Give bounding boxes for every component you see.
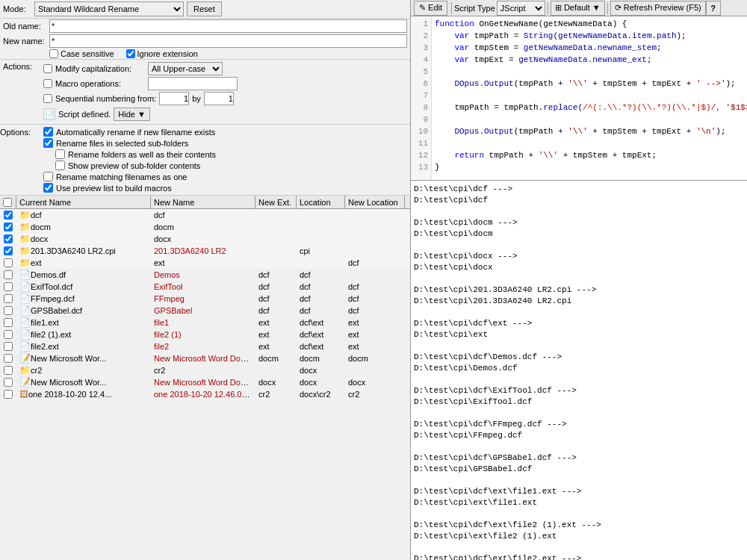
- row-checkbox[interactable]: [4, 318, 13, 327]
- table-row[interactable]: 📁201.3D3A6240 LR2.cpi 201.3D3A6240 LR2 c…: [0, 245, 410, 257]
- row-checkbox[interactable]: [4, 390, 13, 399]
- macro-ops-input[interactable]: [148, 77, 238, 90]
- col-check-header[interactable]: [0, 196, 16, 208]
- refresh-preview-button[interactable]: ⟳ Refresh Preview (F5): [610, 1, 706, 16]
- row-checkbox[interactable]: [4, 330, 13, 339]
- row-checkbox-cell[interactable]: [0, 390, 16, 399]
- table-row[interactable]: 📁ext ext dcf: [0, 257, 410, 269]
- ignore-extension-option[interactable]: Ignore extension: [126, 49, 198, 58]
- col-new-location-header[interactable]: New Location: [345, 196, 405, 208]
- table-row[interactable]: 📝New Microsoft Wor... New Microsoft Word…: [0, 376, 410, 388]
- row-checkbox-cell[interactable]: [0, 318, 16, 327]
- row-checkbox-cell[interactable]: [0, 282, 16, 291]
- auto-rename-checkbox[interactable]: [43, 127, 53, 137]
- case-sensitive-option[interactable]: Case sensitive: [49, 49, 114, 58]
- row-checkbox-cell[interactable]: [0, 330, 16, 339]
- new-name-text: file2 (1): [154, 330, 182, 339]
- doc-icon: 📝: [19, 353, 31, 364]
- old-name-input[interactable]: [49, 19, 407, 33]
- new-name-row: New name:: [0, 34, 410, 49]
- table-row[interactable]: 📁cr2 cr2 docx: [0, 364, 410, 376]
- table-row[interactable]: 📄Demos.df Demos dcf dcf: [0, 269, 410, 281]
- row-checkbox[interactable]: [4, 234, 13, 243]
- row-checkbox[interactable]: [4, 354, 13, 363]
- current-name-cell: 📁cr2: [16, 365, 151, 376]
- row-checkbox-cell[interactable]: [0, 246, 16, 255]
- col-current-name-header[interactable]: Current Name: [16, 196, 151, 208]
- row-checkbox[interactable]: [4, 294, 13, 303]
- macro-ops-checkbox[interactable]: [43, 79, 52, 88]
- col-new-name-header[interactable]: New Name: [151, 196, 255, 208]
- new-name-input[interactable]: [49, 34, 407, 48]
- sequential-by-input[interactable]: [204, 92, 234, 105]
- row-checkbox[interactable]: [4, 246, 13, 255]
- table-row[interactable]: 📄file2.ext file2 ext dcf\ext ext: [0, 340, 410, 352]
- row-checkbox-cell[interactable]: [0, 234, 16, 243]
- current-name-text: file2.ext: [31, 342, 59, 351]
- row-checkbox[interactable]: [4, 258, 13, 267]
- case-sensitive-checkbox[interactable]: [49, 49, 58, 58]
- row-checkbox[interactable]: [4, 378, 13, 387]
- file-list-body[interactable]: 📁dcf dcf 📁docm docm 📁docx docx 📁201.3D3A…: [0, 209, 410, 560]
- code-editor[interactable]: 1 2 3 4 5 6 7 8 9 10 11 12 13 function O…: [411, 16, 747, 181]
- rename-subfolders-checkbox[interactable]: [43, 138, 53, 148]
- row-checkbox[interactable]: [4, 270, 13, 279]
- row-checkbox[interactable]: [4, 306, 13, 315]
- modify-cap-select[interactable]: All Upper-case: [148, 62, 223, 75]
- new-location-cell: ext: [345, 342, 405, 351]
- old-name-row: Old name:: [0, 19, 410, 34]
- rename-matching-checkbox[interactable]: [43, 172, 53, 181]
- table-row[interactable]: 📄GPSBabel.dcf GPSBabel dcf dcf dcf: [0, 305, 410, 317]
- new-name-cell: ExifTool: [151, 282, 255, 291]
- row-checkbox[interactable]: [4, 342, 13, 351]
- mode-select[interactable]: Standard Wildcard Rename Numbering Find …: [34, 1, 184, 16]
- new-name-text: cr2: [154, 366, 165, 375]
- col-location-header[interactable]: Location: [297, 196, 345, 208]
- hide-button[interactable]: Hide ▼: [114, 108, 150, 121]
- reset-button[interactable]: Reset: [187, 1, 222, 16]
- edit-button[interactable]: ✎ Edit: [414, 1, 447, 16]
- table-row[interactable]: 📄file2 (1).ext file2 (1) ext dcf\ext ext: [0, 329, 410, 340]
- row-checkbox-cell[interactable]: [0, 223, 16, 231]
- show-subfolder-preview-checkbox[interactable]: [55, 161, 65, 170]
- table-row[interactable]: 📄file1.ext file1 ext dcf\ext ext: [0, 317, 410, 329]
- modify-cap-checkbox[interactable]: [43, 64, 52, 73]
- row-checkbox-cell[interactable]: [0, 294, 16, 303]
- location-text: dcf: [300, 294, 311, 303]
- row-checkbox[interactable]: [4, 282, 13, 291]
- script-type-select[interactable]: JScript VBScript: [497, 1, 545, 16]
- table-row[interactable]: 📁docm docm: [0, 221, 410, 233]
- table-row[interactable]: 📄FFmpeg.dcf FFmpeg dcf dcf dcf: [0, 293, 410, 305]
- row-checkbox-cell[interactable]: [0, 342, 16, 351]
- ignore-extension-checkbox[interactable]: [126, 49, 135, 58]
- row-checkbox-cell[interactable]: [0, 306, 16, 315]
- default-button[interactable]: ⊞ Default ▼: [551, 1, 605, 16]
- row-checkbox-cell[interactable]: [0, 366, 16, 375]
- row-checkbox[interactable]: [4, 223, 13, 231]
- current-name-cell: 🖼one 2018-10-20 12.4...: [16, 389, 151, 399]
- file-icon: 📄: [19, 293, 31, 304]
- row-checkbox[interactable]: [4, 211, 13, 220]
- select-all-checkbox[interactable]: [3, 198, 12, 207]
- table-row[interactable]: 📁docx docx: [0, 233, 410, 245]
- row-checkbox[interactable]: [4, 366, 13, 375]
- new-ext-text: ext: [258, 330, 270, 339]
- row-checkbox-cell[interactable]: [0, 378, 16, 387]
- row-checkbox-cell[interactable]: [0, 270, 16, 279]
- auto-rename-label: Automatically rename if new filename exi…: [56, 128, 215, 137]
- rename-folders-contents-checkbox[interactable]: [55, 149, 65, 159]
- table-row[interactable]: 🖼one 2018-10-20 12.4... one 2018-10-20 1…: [0, 388, 410, 400]
- row-checkbox-cell[interactable]: [0, 354, 16, 363]
- use-preview-checkbox[interactable]: [43, 183, 53, 193]
- row-checkbox-cell[interactable]: [0, 211, 16, 220]
- sequential-checkbox[interactable]: [43, 94, 52, 103]
- sequential-from-input[interactable]: [159, 92, 189, 105]
- help-button[interactable]: ?: [706, 1, 721, 16]
- code-content[interactable]: function OnGetNewName(getNewNameData) { …: [432, 16, 747, 180]
- current-name-cell: 📄FFmpeg.dcf: [16, 293, 151, 304]
- table-row[interactable]: 📄ExifTool.dcf ExifTool dcf dcf dcf: [0, 281, 410, 293]
- table-row[interactable]: 📁dcf dcf: [0, 209, 410, 221]
- row-checkbox-cell[interactable]: [0, 258, 16, 267]
- col-new-ext-header[interactable]: New Ext.: [255, 196, 297, 208]
- table-row[interactable]: 📝New Microsoft Wor... New Microsoft Word…: [0, 352, 410, 364]
